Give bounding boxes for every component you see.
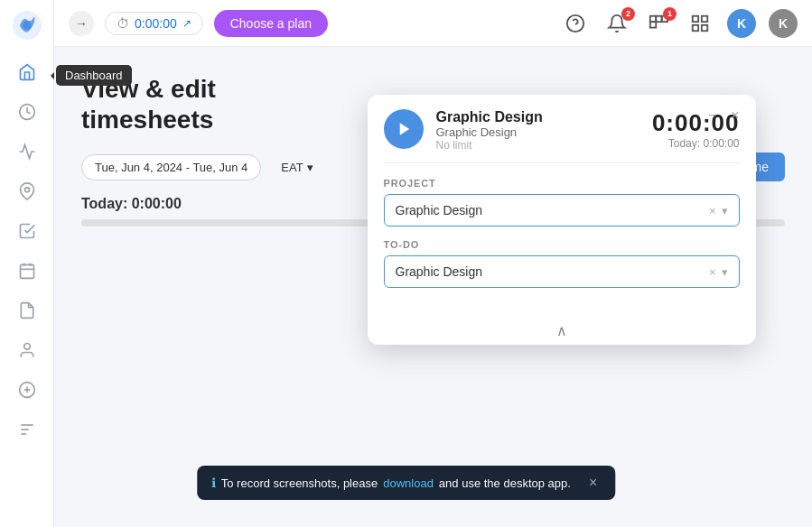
choose-plan-button[interactable]: Choose a plan xyxy=(214,10,328,37)
account-avatar: K xyxy=(769,9,798,38)
popup-body: PROJECT Graphic Design × ▾ TO-DO Graphic… xyxy=(368,163,756,317)
svg-point-8 xyxy=(23,344,30,350)
timer-display: 0:00:00 xyxy=(135,16,177,31)
sidebar-item-tasks[interactable] xyxy=(9,213,45,249)
svg-marker-26 xyxy=(400,123,410,135)
todo-value: Graphic Design xyxy=(396,264,709,279)
sidebar-item-calendar[interactable] xyxy=(9,253,45,289)
chevron-down-project-icon[interactable]: ▾ xyxy=(722,204,728,217)
svg-point-3 xyxy=(24,188,29,192)
select-actions: × ▾ xyxy=(709,204,728,217)
sidebar-logo[interactable] xyxy=(11,9,43,42)
popup-task-info: Graphic Design Graphic Design No limit xyxy=(436,109,619,152)
popup-minimize-button[interactable]: − xyxy=(705,106,720,125)
help-button[interactable] xyxy=(561,9,590,38)
notification-text-after: and use the desktop app. xyxy=(439,476,571,490)
timer-widget[interactable]: ⏱ 0:00:00 ↗ xyxy=(105,12,203,35)
sidebar-item-analytics[interactable] xyxy=(9,134,45,170)
popup-today: Today: 0:00:00 xyxy=(631,137,740,150)
notification-info-icon: ℹ xyxy=(211,476,216,490)
notification-text-before: To record screenshots, please xyxy=(221,476,378,490)
project-section-label: PROJECT xyxy=(384,178,740,189)
nav-back-button[interactable]: → xyxy=(69,11,94,36)
popup-controls: − × xyxy=(705,106,743,125)
play-button[interactable] xyxy=(384,109,424,149)
popup-header: Graphic Design Graphic Design No limit 0… xyxy=(368,95,756,162)
sidebar-item-billing[interactable] xyxy=(9,372,45,408)
popup-close-button[interactable]: × xyxy=(727,106,742,125)
todo-section-label: TO-DO xyxy=(384,239,740,250)
svg-rect-22 xyxy=(702,15,707,21)
topbar: → ⏱ 0:00:00 ↗ Choose a plan 2 1 K K xyxy=(54,0,812,47)
tracker-popup: Graphic Design Graphic Design No limit 0… xyxy=(368,95,756,345)
popup-project-name: Graphic Design xyxy=(436,125,619,139)
sidebar: Dashboard xyxy=(0,0,54,527)
collapse-icon: ∧ xyxy=(556,322,567,339)
project-selector[interactable]: Graphic Design × ▾ xyxy=(384,194,740,227)
timezone-selector[interactable]: EAT ▾ xyxy=(272,155,322,180)
sidebar-item-location[interactable] xyxy=(9,173,45,209)
date-range-selector[interactable]: Tue, Jun 4, 2024 - Tue, Jun 4 xyxy=(81,154,261,180)
sidebar-item-team[interactable] xyxy=(9,332,45,368)
popup-task-name: Graphic Design xyxy=(436,109,619,125)
timer-clock-icon: ⏱ xyxy=(117,16,129,31)
svg-point-1 xyxy=(23,21,32,30)
todo-selector[interactable]: Graphic Design × ▾ xyxy=(384,255,740,288)
chevron-down-todo-icon[interactable]: ▾ xyxy=(722,265,728,279)
timezone-label: EAT xyxy=(281,161,303,174)
sidebar-item-time[interactable] xyxy=(9,94,45,130)
project-value: Graphic Design xyxy=(396,203,709,217)
popup-limit: No limit xyxy=(436,139,619,152)
account-button[interactable]: K xyxy=(769,9,798,38)
svg-rect-4 xyxy=(20,264,33,278)
sidebar-item-settings-nav[interactable] xyxy=(9,411,45,448)
svg-rect-23 xyxy=(702,24,707,30)
todo-select-actions: × ▾ xyxy=(709,265,728,279)
dashboard-tooltip: Dashboard xyxy=(56,65,132,86)
sidebar-item-dashboard[interactable] xyxy=(9,54,45,90)
notification-bar: ℹ To record screenshots, please download… xyxy=(197,466,615,500)
notification-close-button[interactable]: × xyxy=(585,475,601,491)
apps-badge: 1 xyxy=(663,7,677,21)
svg-rect-21 xyxy=(693,15,698,21)
chevron-down-icon: ▾ xyxy=(307,161,313,174)
grid-button[interactable] xyxy=(686,9,714,38)
svg-rect-20 xyxy=(650,22,656,27)
timer-expand-icon: ↗ xyxy=(182,17,191,30)
clear-project-icon[interactable]: × xyxy=(709,204,716,217)
popup-collapse-button[interactable]: ∧ xyxy=(368,317,756,345)
notification-download-link[interactable]: download xyxy=(383,476,434,490)
user-avatar-button[interactable]: K xyxy=(727,9,756,38)
svg-rect-18 xyxy=(656,15,661,21)
notifications-badge: 2 xyxy=(621,7,635,21)
avatar: K xyxy=(727,9,756,38)
topbar-icons: 2 1 K K xyxy=(561,9,798,38)
notifications-button[interactable]: 2 xyxy=(602,9,631,38)
svg-rect-24 xyxy=(693,24,698,30)
svg-rect-17 xyxy=(650,15,656,21)
apps-button[interactable]: 1 xyxy=(644,9,673,38)
clear-todo-icon[interactable]: × xyxy=(709,265,716,279)
sidebar-item-reports[interactable] xyxy=(9,292,45,328)
